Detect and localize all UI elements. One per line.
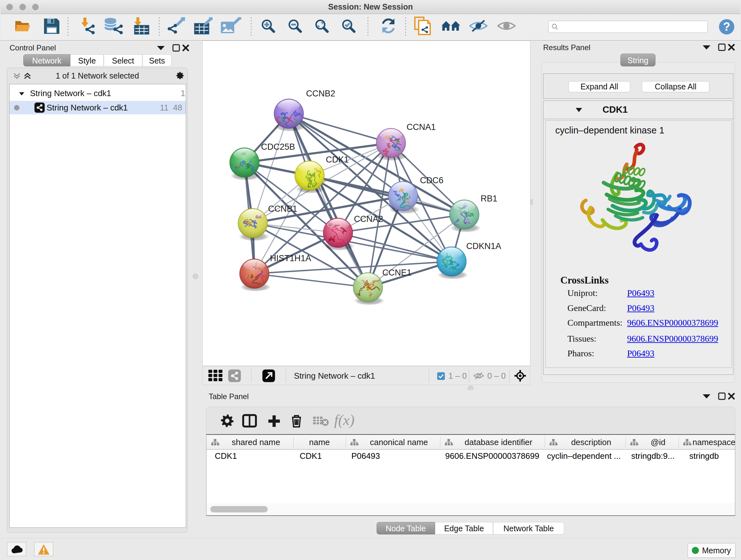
svg-text:CDKN1A: CDKN1A [466, 241, 501, 251]
svg-text:RB1: RB1 [481, 194, 497, 203]
svg-text:CDC25B: CDC25B [261, 142, 295, 152]
svg-text:CCNE1: CCNE1 [382, 268, 412, 277]
svg-text:CCNB1: CCNB1 [268, 204, 297, 213]
svg-text:CCNA1: CCNA1 [407, 122, 436, 132]
svg-text:CCNA2: CCNA2 [354, 214, 383, 224]
svg-text:?: ? [723, 20, 730, 33]
svg-text:CDK1: CDK1 [326, 155, 349, 165]
svg-text:CCNB2: CCNB2 [306, 89, 335, 98]
svg-text:HIST1H1A: HIST1H1A [270, 253, 311, 263]
svg-text:CDC6: CDC6 [420, 176, 444, 185]
